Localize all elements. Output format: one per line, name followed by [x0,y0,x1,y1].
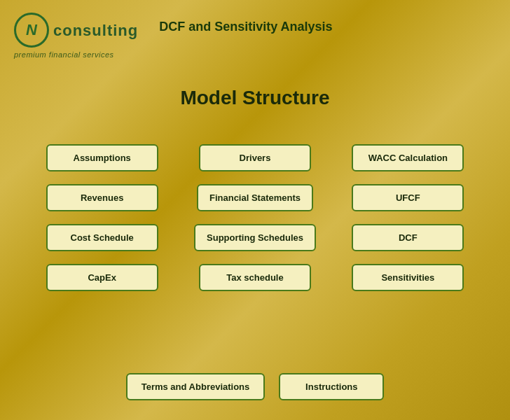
logo-letter: N [26,21,37,39]
logo-circle: N [14,13,49,48]
header-title: DCF and Sensitivity Analysis [159,20,332,34]
instructions-button[interactable]: Instructions [279,373,384,400]
revenues-button[interactable]: Revenues [46,184,158,211]
supporting-schedules-button[interactable]: Supporting Schedules [194,224,316,251]
financial-statements-button[interactable]: Financial Statements [197,184,313,211]
sensitivities-button[interactable]: Sensitivities [352,264,464,291]
consulting-label: consulting [53,22,138,40]
drivers-button[interactable]: Drivers [199,144,311,172]
cost-schedule-button[interactable]: Cost Schedule [46,224,158,251]
tax-schedule-button[interactable]: Tax schedule [199,264,311,291]
header-title-area: DCF and Sensitivity Analysis [159,13,496,34]
logo-area: N consulting premium financial services [14,13,138,59]
assumptions-button[interactable]: Assumptions [46,144,158,172]
terms-button[interactable]: Terms and Abbreviations [126,373,266,400]
bottom-area: Terms and Abbreviations Instructions [0,373,510,400]
column-2: Drivers Financial Statements Supporting … [194,144,316,291]
wacc-calculation-button[interactable]: WACC Calculation [352,144,464,172]
dcf-button[interactable]: DCF [352,224,464,251]
column-1: Assumptions Revenues Cost Schedule CapEx [46,144,158,291]
main-title: Model Structure [0,87,510,109]
ufcf-button[interactable]: UFCF [352,184,464,211]
buttons-area: Assumptions Revenues Cost Schedule CapEx… [0,144,510,291]
premium-label: premium financial services [14,50,114,59]
capex-button[interactable]: CapEx [46,264,158,291]
header: N consulting premium financial services … [0,0,510,59]
column-3: WACC Calculation UFCF DCF Sensitivities [352,144,464,291]
